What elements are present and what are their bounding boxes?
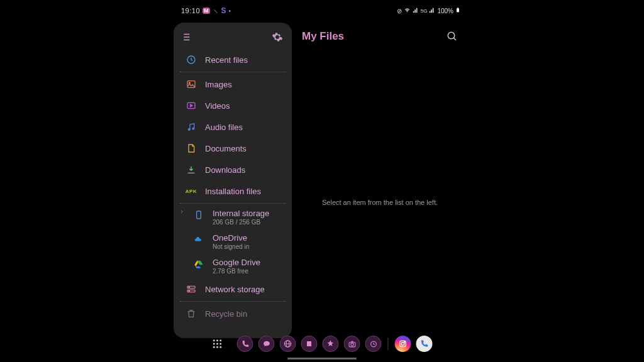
svg-point-18 (213, 339, 215, 341)
status-right: ⊘ 5G 100% (397, 6, 460, 15)
svg-point-32 (350, 343, 353, 345)
sidebar-item-network[interactable]: Network storage (174, 278, 292, 300)
content-area: Recent files Images Videos Audio file (174, 18, 468, 338)
svg-point-19 (216, 339, 218, 341)
sidebar-item-installation[interactable]: APK Installation files (174, 180, 292, 202)
s-icon: S (221, 6, 226, 15)
dock-chat-icon[interactable] (258, 336, 275, 352)
nav-handle[interactable] (287, 358, 357, 359)
divider (180, 301, 286, 302)
image-icon (186, 79, 196, 89)
nav-label: Audio files (205, 123, 243, 132)
nav-label: Network storage (205, 285, 265, 294)
dock-dialer-icon[interactable] (416, 336, 433, 352)
svg-point-22 (216, 343, 218, 345)
dock-camera-icon[interactable] (344, 336, 360, 352)
status-left: 19:10 M ⟍ S • (181, 6, 231, 15)
svg-point-7 (189, 82, 190, 84)
apk-icon: APK (186, 186, 196, 196)
sidebar-item-documents[interactable]: Documents (174, 138, 292, 159)
more-notif-icon: • (229, 8, 231, 14)
page-title: My Files (302, 30, 344, 43)
video-icon (186, 101, 196, 111)
svg-point-25 (216, 346, 218, 348)
nav-label: Recent files (205, 55, 248, 65)
dock-notes-icon[interactable] (301, 336, 318, 352)
clock-icon (186, 55, 196, 65)
dock-instagram-icon[interactable] (395, 336, 411, 352)
music-icon (186, 122, 196, 132)
svg-point-35 (401, 343, 404, 346)
svg-point-36 (404, 342, 405, 343)
sidebar-item-downloads[interactable]: Downloads (174, 159, 292, 180)
svg-point-26 (219, 346, 221, 348)
nav-label: Videos (205, 101, 230, 111)
sidebar-item-internal-storage[interactable]: Internal storage 206 GB / 256 GB (174, 205, 292, 229)
battery-icon (455, 6, 460, 15)
dock (212, 336, 433, 352)
svg-rect-1 (457, 8, 458, 8)
svg-line-17 (453, 38, 456, 40)
svg-rect-30 (307, 341, 311, 346)
storage-sub: Not signed in (213, 243, 249, 250)
svg-point-21 (213, 343, 215, 345)
document-icon (186, 143, 196, 153)
dock-star-icon[interactable] (323, 336, 339, 352)
storage-title: Internal storage (213, 209, 269, 218)
dock-browser-icon[interactable] (280, 336, 296, 352)
download-icon (186, 165, 196, 175)
battery-text: 100% (437, 8, 453, 14)
dock-divider (388, 337, 389, 350)
svg-point-10 (192, 128, 194, 129)
storage-sub: 206 GB / 256 GB (213, 219, 269, 226)
sidebar-item-recycle[interactable]: Recycle bin (174, 303, 292, 324)
network-icon (186, 284, 196, 294)
sidebar-item-onedrive[interactable]: OneDrive Not signed in (174, 229, 292, 254)
main-pane: My Files Select an item from the list on… (292, 18, 468, 338)
sidebar-item-videos[interactable]: Videos (174, 95, 292, 116)
storage-sub: 2.78 GB free (213, 268, 260, 275)
chevron-right-icon (179, 209, 185, 215)
onedrive-icon (194, 234, 204, 244)
divider (180, 203, 286, 204)
svg-rect-11 (197, 211, 201, 219)
signal-2-icon: 5G (421, 8, 428, 14)
storage-title: Google Drive (213, 258, 260, 267)
svg-point-20 (219, 339, 221, 341)
pen-icon: ⟍ (213, 8, 219, 14)
phone-storage-icon (194, 210, 204, 220)
sidebar: Recent files Images Videos Audio file (174, 23, 292, 338)
svg-point-15 (189, 290, 189, 291)
sidebar-item-googledrive[interactable]: Google Drive 2.78 GB free (174, 254, 292, 278)
svg-point-14 (189, 287, 189, 287)
nav-label: Documents (205, 144, 247, 153)
svg-point-24 (213, 346, 215, 348)
divider (180, 72, 286, 72)
search-icon[interactable] (447, 31, 458, 42)
sidebar-item-images[interactable]: Images (174, 74, 292, 95)
svg-rect-0 (457, 8, 459, 12)
nav-label: Downloads (205, 165, 245, 175)
dock-phone-icon[interactable] (237, 336, 253, 352)
nav-label: Recycle bin (205, 309, 247, 319)
sidebar-item-recent[interactable]: Recent files (174, 49, 292, 70)
svg-point-23 (219, 343, 221, 345)
dock-app-icon[interactable] (365, 336, 382, 352)
nav-label: Installation files (205, 187, 261, 196)
status-time: 19:10 (181, 7, 200, 14)
empty-message: Select an item from the list on the left… (292, 199, 468, 206)
signal-1-icon (413, 7, 419, 14)
sidebar-item-audio[interactable]: Audio files (174, 116, 292, 138)
nav-label: Images (205, 80, 232, 89)
status-app-icon: M (203, 8, 210, 14)
trash-icon (186, 309, 196, 319)
googledrive-icon (194, 259, 204, 269)
status-bar: 19:10 M ⟍ S • ⊘ 5G 100% (174, 4, 468, 18)
storage-title: OneDrive (213, 233, 249, 243)
app-drawer-icon[interactable] (212, 338, 223, 349)
wifi-icon (404, 7, 411, 15)
svg-point-16 (448, 32, 455, 39)
gear-icon[interactable] (272, 31, 283, 43)
menu-icon[interactable] (182, 31, 194, 43)
signal-3-icon (429, 7, 435, 14)
